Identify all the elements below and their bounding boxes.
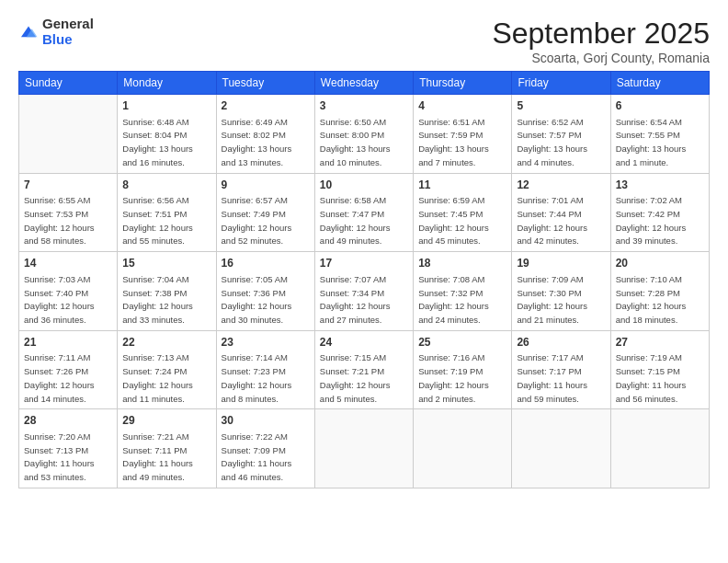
calendar-day-header: Thursday [414, 72, 512, 95]
calendar-week-row: 7Sunrise: 6:55 AMSunset: 7:53 PMDaylight… [19, 173, 710, 252]
calendar-cell: 21Sunrise: 7:11 AMSunset: 7:26 PMDayligh… [19, 330, 118, 409]
calendar-table: SundayMondayTuesdayWednesdayThursdayFrid… [18, 71, 710, 488]
day-number: 14 [24, 256, 112, 271]
day-info: Sunrise: 6:59 AMSunset: 7:45 PMDaylight:… [418, 195, 489, 246]
day-info: Sunrise: 6:50 AMSunset: 8:00 PMDaylight:… [320, 117, 391, 167]
calendar-cell: 12Sunrise: 7:01 AMSunset: 7:44 PMDayligh… [512, 173, 610, 252]
calendar-day-header: Tuesday [216, 72, 314, 95]
location-subtitle: Scoarta, Gorj County, Romania [492, 51, 710, 65]
day-info: Sunrise: 7:16 AMSunset: 7:19 PMDaylight:… [418, 352, 489, 403]
calendar-day-header: Monday [118, 72, 216, 95]
calendar-cell: 17Sunrise: 7:07 AMSunset: 7:34 PMDayligh… [314, 252, 413, 331]
day-number: 9 [222, 178, 310, 193]
calendar-cell [414, 409, 512, 488]
calendar-cell: 7Sunrise: 6:55 AMSunset: 7:53 PMDaylight… [19, 173, 118, 252]
day-info: Sunrise: 6:58 AMSunset: 7:47 PMDaylight:… [320, 195, 391, 246]
page: General Blue September 2025 Scoarta, Gor… [0, 0, 728, 563]
calendar-cell: 20Sunrise: 7:10 AMSunset: 7:28 PMDayligh… [610, 252, 709, 331]
header: General Blue September 2025 Scoarta, Gor… [18, 17, 710, 65]
calendar-cell: 5Sunrise: 6:52 AMSunset: 7:57 PMDaylight… [512, 95, 610, 174]
day-info: Sunrise: 7:07 AMSunset: 7:34 PMDaylight:… [320, 274, 391, 325]
month-title: September 2025 [492, 17, 710, 51]
day-number: 12 [517, 178, 605, 193]
day-info: Sunrise: 7:20 AMSunset: 7:13 PMDaylight:… [24, 431, 95, 482]
calendar-cell: 19Sunrise: 7:09 AMSunset: 7:30 PMDayligh… [512, 252, 610, 331]
day-info: Sunrise: 6:57 AMSunset: 7:49 PMDaylight:… [222, 195, 292, 246]
day-info: Sunrise: 7:17 AMSunset: 7:17 PMDaylight:… [517, 352, 587, 403]
logo-text: General Blue [42, 17, 94, 47]
calendar-cell [19, 95, 118, 174]
calendar-cell: 3Sunrise: 6:50 AMSunset: 8:00 PMDaylight… [314, 95, 413, 174]
calendar-cell: 14Sunrise: 7:03 AMSunset: 7:40 PMDayligh… [19, 252, 118, 331]
title-block: September 2025 Scoarta, Gorj County, Rom… [492, 17, 710, 65]
day-info: Sunrise: 6:51 AMSunset: 7:59 PMDaylight:… [418, 117, 489, 167]
day-info: Sunrise: 6:52 AMSunset: 7:57 PMDaylight:… [517, 117, 587, 167]
day-info: Sunrise: 6:49 AMSunset: 8:02 PMDaylight:… [222, 117, 292, 167]
calendar-cell: 26Sunrise: 7:17 AMSunset: 7:17 PMDayligh… [512, 330, 610, 409]
calendar-header-row: SundayMondayTuesdayWednesdayThursdayFrid… [19, 72, 710, 95]
day-info: Sunrise: 7:01 AMSunset: 7:44 PMDaylight:… [517, 195, 587, 246]
calendar-cell [512, 409, 610, 488]
day-number: 15 [122, 256, 210, 271]
calendar-cell: 28Sunrise: 7:20 AMSunset: 7:13 PMDayligh… [19, 409, 118, 488]
day-number: 17 [320, 256, 408, 271]
day-info: Sunrise: 6:48 AMSunset: 8:04 PMDaylight:… [122, 117, 193, 167]
calendar-cell: 1Sunrise: 6:48 AMSunset: 8:04 PMDaylight… [118, 95, 216, 174]
calendar-cell: 2Sunrise: 6:49 AMSunset: 8:02 PMDaylight… [216, 95, 314, 174]
calendar-day-header: Friday [512, 72, 610, 95]
day-info: Sunrise: 6:56 AMSunset: 7:51 PMDaylight:… [122, 195, 193, 246]
calendar-cell: 24Sunrise: 7:15 AMSunset: 7:21 PMDayligh… [314, 330, 413, 409]
day-number: 4 [418, 98, 506, 114]
day-info: Sunrise: 7:08 AMSunset: 7:32 PMDaylight:… [418, 274, 489, 325]
calendar-week-row: 14Sunrise: 7:03 AMSunset: 7:40 PMDayligh… [19, 252, 710, 331]
day-info: Sunrise: 7:19 AMSunset: 7:15 PMDaylight:… [616, 352, 687, 403]
calendar-week-row: 1Sunrise: 6:48 AMSunset: 8:04 PMDaylight… [19, 95, 710, 174]
calendar-cell: 18Sunrise: 7:08 AMSunset: 7:32 PMDayligh… [414, 252, 512, 331]
day-number: 29 [122, 413, 210, 429]
calendar-cell: 16Sunrise: 7:05 AMSunset: 7:36 PMDayligh… [216, 252, 314, 331]
day-number: 11 [418, 178, 506, 193]
day-info: Sunrise: 6:54 AMSunset: 7:55 PMDaylight:… [616, 117, 687, 167]
day-number: 3 [320, 98, 408, 114]
calendar-cell: 22Sunrise: 7:13 AMSunset: 7:24 PMDayligh… [118, 330, 216, 409]
day-info: Sunrise: 7:11 AMSunset: 7:26 PMDaylight:… [24, 352, 95, 403]
day-number: 23 [222, 335, 310, 350]
day-number: 10 [320, 178, 408, 193]
calendar-week-row: 21Sunrise: 7:11 AMSunset: 7:26 PMDayligh… [19, 330, 710, 409]
calendar-day-header: Saturday [610, 72, 709, 95]
day-number: 6 [616, 98, 704, 114]
calendar-cell [610, 409, 709, 488]
day-number: 18 [418, 256, 506, 271]
logo-blue: Blue [42, 32, 94, 48]
calendar-cell: 25Sunrise: 7:16 AMSunset: 7:19 PMDayligh… [414, 330, 512, 409]
calendar-cell: 11Sunrise: 6:59 AMSunset: 7:45 PMDayligh… [414, 173, 512, 252]
day-number: 26 [517, 335, 605, 350]
calendar-cell: 10Sunrise: 6:58 AMSunset: 7:47 PMDayligh… [314, 173, 413, 252]
day-number: 7 [24, 178, 112, 193]
calendar-cell: 4Sunrise: 6:51 AMSunset: 7:59 PMDaylight… [414, 95, 512, 174]
day-number: 28 [24, 413, 112, 429]
calendar-day-header: Wednesday [314, 72, 413, 95]
day-number: 5 [517, 98, 605, 114]
calendar-day-header: Sunday [19, 72, 118, 95]
day-info: Sunrise: 7:09 AMSunset: 7:30 PMDaylight:… [517, 274, 587, 325]
day-info: Sunrise: 6:55 AMSunset: 7:53 PMDaylight:… [24, 195, 95, 246]
calendar-cell: 29Sunrise: 7:21 AMSunset: 7:11 PMDayligh… [118, 409, 216, 488]
calendar-cell: 23Sunrise: 7:14 AMSunset: 7:23 PMDayligh… [216, 330, 314, 409]
day-number: 21 [24, 335, 112, 350]
day-number: 24 [320, 335, 408, 350]
logo-icon [18, 22, 39, 42]
day-info: Sunrise: 7:13 AMSunset: 7:24 PMDaylight:… [122, 352, 193, 403]
day-number: 8 [122, 178, 210, 193]
day-number: 27 [616, 335, 704, 350]
day-info: Sunrise: 7:02 AMSunset: 7:42 PMDaylight:… [616, 195, 687, 246]
day-number: 1 [122, 98, 210, 114]
calendar-cell: 8Sunrise: 6:56 AMSunset: 7:51 PMDaylight… [118, 173, 216, 252]
day-info: Sunrise: 7:10 AMSunset: 7:28 PMDaylight:… [616, 274, 687, 325]
day-number: 2 [222, 98, 310, 114]
day-info: Sunrise: 7:22 AMSunset: 7:09 PMDaylight:… [222, 431, 292, 482]
calendar-cell: 6Sunrise: 6:54 AMSunset: 7:55 PMDaylight… [610, 95, 709, 174]
day-number: 30 [222, 413, 310, 429]
calendar-cell [314, 409, 413, 488]
calendar-cell: 27Sunrise: 7:19 AMSunset: 7:15 PMDayligh… [610, 330, 709, 409]
